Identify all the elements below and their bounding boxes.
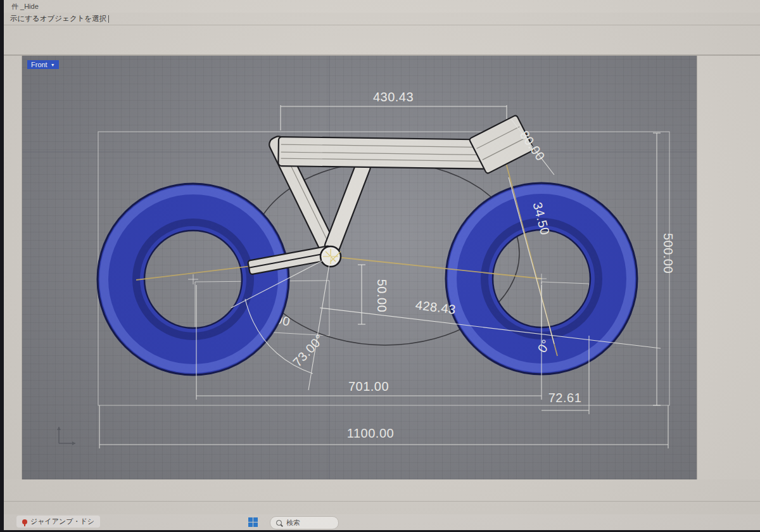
- osnap-bar: [4, 489, 760, 501]
- down-tube[interactable]: [323, 158, 372, 255]
- toolbar-tab-bar: [4, 25, 760, 36]
- dim-total-width: 1100.00: [347, 426, 394, 440]
- dim-wheelbase: 701.00: [348, 379, 389, 393]
- cplane-axis-indicator: [57, 427, 75, 445]
- dim-right-height: 500.00: [661, 233, 675, 274]
- chevron-down-icon: ▼: [51, 63, 55, 67]
- command-prompt-text: 示にするオブジェクトを選択: [10, 14, 106, 23]
- centerline-bb: [331, 256, 542, 279]
- search-input[interactable]: 検索: [270, 516, 339, 529]
- viewport-title-label: Front: [31, 61, 48, 68]
- windows-taskbar: ジャイアンプ・ドシ 検索: [4, 514, 760, 530]
- status-bar: [4, 501, 760, 514]
- viewport-title-chip[interactable]: Front ▼: [27, 60, 59, 69]
- command-history-bar: 件 _Hide: [4, 0, 760, 13]
- screen-edge-left: [0, 0, 4, 532]
- viewport-front[interactable]: Front ▼ 230.00: [22, 56, 697, 479]
- dim-seat-angle: 73.00°: [290, 331, 327, 369]
- dim-rear-offset: 72.61: [548, 391, 582, 405]
- map-pin-icon: [22, 519, 27, 524]
- rhino-window: 件 _Hide 示にするオブジェクトを選択 Front ▼ 230.00: [0, 0, 760, 532]
- pinned-window-title: ジャイアンプ・ドシ: [30, 517, 94, 526]
- search-icon: [276, 520, 282, 526]
- search-label: 検索: [286, 518, 300, 528]
- command-prompt-bar[interactable]: 示にするオブジェクトを選択: [4, 13, 760, 25]
- dim-bb-drop: 50.00: [375, 279, 389, 313]
- bike-drawing-svg: 230.00: [22, 56, 697, 479]
- top-tube[interactable]: [278, 137, 499, 169]
- taskbar-pinned-window[interactable]: ジャイアンプ・ドシ: [16, 516, 100, 528]
- top-toolbar: [4, 36, 760, 56]
- viewport-tabs-bar: [4, 479, 760, 489]
- right-panel: [697, 56, 760, 479]
- dim-top-width: 430.43: [373, 90, 414, 104]
- start-button[interactable]: [248, 517, 258, 527]
- command-history-text: 件 _Hide: [11, 2, 39, 11]
- text-cursor: [108, 15, 109, 23]
- left-toolbar: [4, 56, 22, 479]
